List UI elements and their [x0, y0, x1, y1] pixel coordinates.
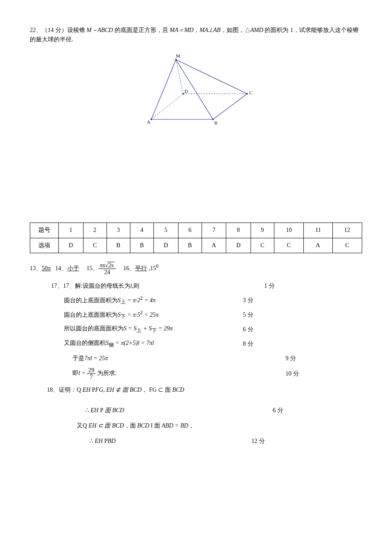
ans-3: B [107, 238, 130, 253]
q22-text-3: ，如图，△ [221, 27, 251, 33]
solution-18: 18、证明：Q EH PFG, EH ⊄ 面 BCD， FG ⊂ 面 BCD ∴… [47, 384, 362, 447]
th-7: 7 [202, 223, 226, 238]
th-1: 1 [59, 223, 84, 238]
ans-5: D [154, 238, 179, 253]
s17-score0: 1 分 [264, 281, 275, 291]
s18-line1: 18、证明：Q EH PFG, EH ⊄ 面 BCD， FG ⊂ 面 BCD [47, 385, 234, 395]
label-c: C [249, 90, 252, 95]
s17-line3: 所以圆台的底面面积为S = S上 + S下 = 29π [64, 324, 217, 335]
answer-label: 选项 [30, 238, 59, 253]
f15-num-rad: 2s [107, 262, 114, 269]
s17-score5: 9 分 [285, 354, 296, 363]
f15-den: 24 [98, 269, 116, 275]
s17-line6: 即l = 297 为所求. [72, 367, 260, 381]
ans-12: C [332, 238, 362, 253]
edge-ma [151, 60, 176, 119]
q22-comma: ， [193, 27, 199, 33]
fill-13-num: 13、 [30, 265, 42, 272]
ans-11: A [304, 238, 333, 253]
question-22: 22、（14 分）设棱锥 M－ABCD 的底面是正方形，且 MA＝MD，MA⊥A… [30, 26, 362, 45]
fill-in-answers: 13、50π 14、小于 15、πs√2s24 16、平行 ,150 [30, 262, 362, 276]
pyramid-svg: M A B C D [138, 53, 254, 126]
label-a: A [147, 119, 150, 124]
dot-b [212, 119, 214, 120]
q22-eq1: MA＝MD [170, 27, 193, 33]
fill-13-ans: 50π [42, 265, 51, 272]
dot-d [182, 93, 184, 95]
label-d: D [184, 89, 188, 94]
th-12: 12 [332, 223, 362, 238]
s17-line5: 于是7πl = 25π [72, 354, 260, 363]
fill-16-sup: 0 [156, 263, 159, 269]
q22-number: 22、 [30, 27, 42, 33]
s18-score2: 12 分 [251, 436, 265, 446]
q22-eq2: MA⊥AB [199, 27, 220, 33]
ans-10: C [274, 238, 303, 253]
th-11: 11 [304, 223, 333, 238]
th-3: 3 [107, 223, 130, 238]
s17-score6: 10 分 [285, 369, 299, 379]
s17-score2: 5 分 [243, 310, 254, 320]
solution-17: 17、17、解:设圆台的母线长为l,则 1 分 圆台的上底面面积为S上 = π·… [51, 280, 362, 381]
s17-intro: 17、17、解:设圆台的母线长为l,则 [51, 281, 239, 291]
th-9: 9 [251, 223, 274, 238]
fill-16-ans-a: 平行 [135, 265, 147, 272]
s17-score3: 6 分 [243, 325, 254, 334]
s18-score1: 6 分 [273, 406, 283, 415]
answer-table-header-row: 题号 1 2 3 4 5 6 7 8 9 10 11 12 [30, 223, 362, 238]
edge-bc [213, 94, 247, 119]
th-6: 6 [178, 223, 202, 238]
s17-line4: 又圆台的侧面积S侧 = π(2+5)l = 7πl [64, 338, 217, 349]
ans-1: D [59, 238, 84, 253]
ans-4: B [130, 238, 153, 253]
fill-14-ans: 小于 [67, 265, 79, 272]
th-8: 8 [226, 223, 251, 238]
s18-line4: ∴ EH PBD [89, 436, 251, 446]
fill-14-num: 14、 [55, 265, 67, 272]
s18-line3: 又Q EH ⊂ 面 BCD，面 BCD I 面 ABD = BD， [77, 421, 264, 431]
fill-16-num: 16、 [123, 265, 135, 272]
fill-16-ans-b: ,15 [147, 265, 156, 272]
th-2: 2 [83, 223, 107, 238]
ans-2: C [83, 238, 107, 253]
ans-8: D [226, 238, 251, 253]
s17-line2: 圆台的上底面面积为S下 = π·52 = 25π [64, 309, 217, 321]
ans-9: C [251, 238, 274, 253]
answer-table-answer-row: 选项 D C B B D B A D C C A C [30, 238, 362, 253]
fill-15-ans: πs√2s24 [98, 265, 116, 272]
th-10: 10 [274, 223, 303, 238]
q22-points: （14 分） [42, 27, 67, 33]
th-4: 4 [130, 223, 153, 238]
s17-line1: 圆台的上底面面积为S上 = π·22 = 4π [64, 295, 217, 306]
q22-text-1: 设棱锥 [67, 27, 87, 33]
q22-text-2: 的底面是正方形，且 [113, 27, 170, 33]
header-label: 题号 [30, 223, 59, 238]
pyramid-figure: M A B C D [30, 53, 362, 129]
ans-7: A [202, 238, 226, 253]
dot-c [246, 93, 248, 95]
dot-a [150, 119, 152, 120]
s17-score1: 3 分 [243, 296, 254, 305]
s18-line2: ∴ EH P 面 BCD [85, 406, 273, 415]
label-b: B [214, 120, 217, 125]
edge-md [176, 60, 183, 94]
f15-num-prefix: πs [100, 262, 105, 269]
label-m: M [176, 53, 180, 58]
fill-15-num: 15、 [86, 265, 98, 272]
dot-m [175, 59, 177, 61]
s17-score4: 8 分 [243, 339, 254, 349]
answer-table: 题号 1 2 3 4 5 6 7 8 9 10 11 12 选项 D C B B… [30, 223, 362, 253]
edge-ad [151, 94, 183, 119]
ans-6: B [178, 238, 202, 253]
q22-pyramid: M－ABCD [86, 27, 113, 33]
th-5: 5 [154, 223, 179, 238]
q22-triangle: AMD [251, 27, 263, 33]
